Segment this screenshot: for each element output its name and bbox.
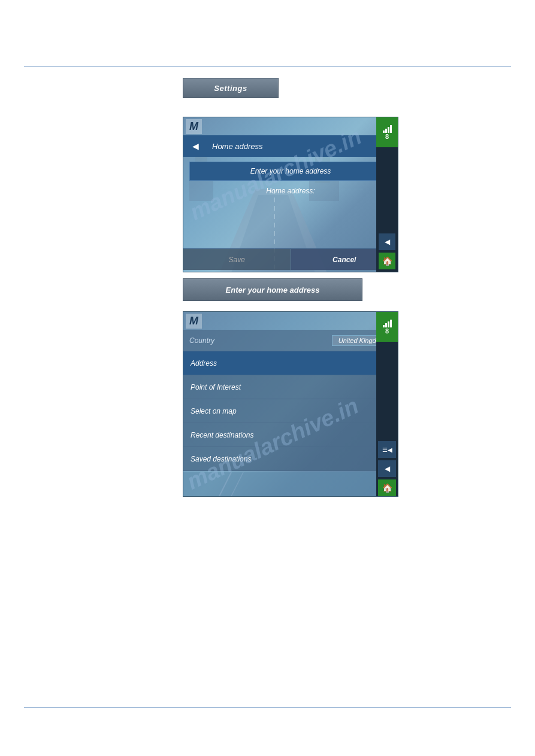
- settings-button[interactable]: Settings: [183, 78, 279, 98]
- cancel-label: Cancel: [333, 256, 356, 264]
- device2-road-svg: [183, 472, 376, 496]
- save-label: Save: [229, 256, 245, 264]
- country-row: Country United Kingdom: [183, 330, 398, 351]
- signal-bars: [383, 125, 392, 133]
- signal-bar-3: [388, 127, 389, 133]
- signal-badge-2: 8: [376, 312, 398, 342]
- menu-item-saved[interactable]: Saved destinations: [183, 447, 398, 471]
- device2-map-bottom: [183, 472, 376, 496]
- device2-right-sidebar: 8 ☰◀ ◀ 🏠: [376, 312, 398, 496]
- device2-menu-button[interactable]: ☰◀: [378, 441, 396, 458]
- signal-bar-2: [385, 129, 387, 133]
- signal-bar-4: [390, 125, 392, 133]
- settings-label: Settings: [214, 84, 247, 93]
- svg-rect-8: [183, 472, 376, 496]
- signal-bars-2: [383, 319, 392, 327]
- enter-addr-standalone-label: Enter your home address: [226, 286, 320, 294]
- device1-logo: M: [186, 119, 202, 134]
- top-divider: [24, 66, 511, 66]
- device2-logo: M: [186, 314, 202, 329]
- home-addr-label: Home address:: [266, 187, 315, 195]
- menu-item-address[interactable]: Address: [183, 351, 398, 375]
- enter-addr-standalone: Enter your home address: [183, 278, 362, 301]
- menu-item-select-on-map[interactable]: Select on map: [183, 399, 398, 423]
- device1-enter-label: Enter your home address: [250, 167, 331, 175]
- device-screen-2: 8 ☰◀ ◀ 🏠 M Country United Kingdom Addres…: [183, 311, 398, 497]
- menu-item-select-label: Select on map: [191, 407, 237, 415]
- menu-item-recent-label: Recent destinations: [191, 431, 253, 439]
- map-image-area: [183, 198, 398, 248]
- device1-back-button[interactable]: ◀: [379, 233, 395, 250]
- menu-item-saved-label: Saved destinations: [191, 455, 251, 463]
- bottom-divider: [24, 708, 511, 708]
- d2-signal-bar-1: [383, 325, 385, 327]
- device1-home-button[interactable]: 🏠: [379, 253, 395, 269]
- device2-home-button[interactable]: 🏠: [378, 479, 396, 496]
- country-label: Country: [189, 336, 332, 345]
- device1-nav-header: ◀ Home address ▶: [183, 135, 398, 157]
- device2-top-bar: M: [183, 312, 398, 330]
- d2-signal-bar-2: [385, 323, 387, 327]
- page: Settings: [0, 0, 535, 756]
- signal-bar-1: [383, 130, 385, 133]
- signal-badge-1: 8: [376, 117, 398, 147]
- device1-right-sidebar: 8 ◀ 🏠: [376, 117, 398, 272]
- signal-number-2: 8: [385, 327, 389, 335]
- save-button[interactable]: Save: [183, 249, 291, 270]
- device2-back-button[interactable]: ◀: [378, 460, 396, 477]
- d2-signal-bar-4: [390, 320, 392, 327]
- home-addr-text: Home address:: [183, 183, 398, 198]
- device-screen-1: 8 ◀ 🏠 M ◀ Home address ▶ Enter your home…: [183, 117, 398, 272]
- signal-number-1: 8: [385, 133, 389, 140]
- nav-title: Home address: [207, 142, 374, 151]
- device1-top-bar: M: [183, 117, 398, 135]
- menu-item-recent[interactable]: Recent destinations: [183, 423, 398, 447]
- device1-enter-button[interactable]: Enter your home address: [189, 162, 392, 181]
- device1-bottom-bar: Save Cancel: [183, 248, 398, 270]
- menu-item-address-label: Address: [191, 359, 217, 368]
- menu-item-poi-label: Point of Interest: [191, 383, 241, 391]
- d2-signal-bar-3: [388, 321, 389, 327]
- nav-prev-button[interactable]: ◀: [183, 135, 207, 157]
- menu-item-poi[interactable]: Point of Interest: [183, 375, 398, 399]
